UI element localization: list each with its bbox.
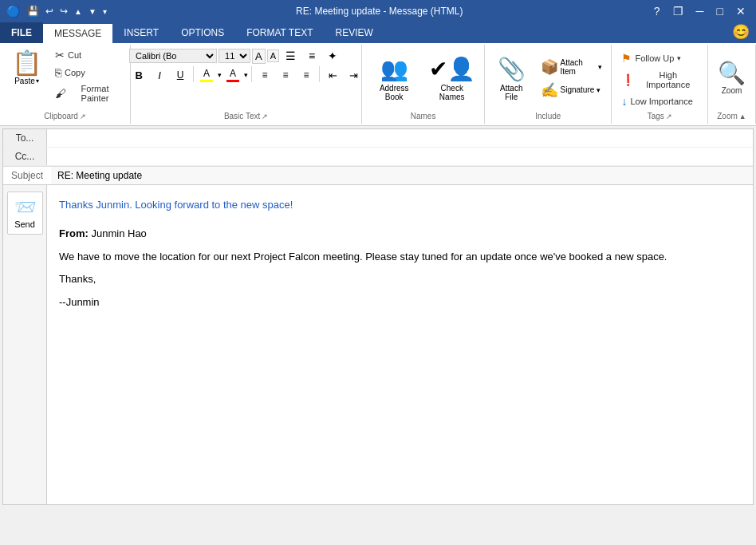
copy-icon: ⎘ [55, 66, 61, 79]
font-color-bar [226, 80, 239, 82]
low-importance-icon: ↓ [621, 95, 627, 108]
clear-format-button[interactable]: ✦ [323, 48, 342, 64]
ribbon-group-names: 👥 Address Book ✔👤 Check Names Names [362, 45, 485, 124]
paste-icon: 📋 [12, 49, 41, 77]
zoom-icon: 🔍 [718, 62, 746, 85]
undo-button[interactable]: ↩ [43, 4, 56, 18]
zoom-group-label: Zoom ▲ [717, 110, 746, 122]
paste-button[interactable]: 📋 Paste ▾ [5, 46, 49, 88]
font-color-button[interactable]: A [223, 66, 242, 84]
compose-content: Thanks Junmin. Looking forward to the ne… [47, 185, 753, 504]
font-shrink-button[interactable]: A [267, 49, 279, 62]
cc-row: Cc... [3, 148, 753, 166]
cc-button[interactable]: Cc... [3, 148, 47, 165]
increase-indent-button[interactable]: ⇥ [344, 68, 363, 83]
send-panel: 📨 Send [3, 185, 47, 504]
font-family-select[interactable]: Calibri (Bo [129, 49, 217, 63]
tab-options[interactable]: OPTIONS [170, 22, 235, 43]
font-grow-button[interactable]: A [252, 49, 266, 64]
signature-text: --Junmin [59, 294, 741, 311]
address-book-button[interactable]: 👥 Address Book [367, 53, 421, 104]
save-button[interactable]: 💾 [25, 4, 41, 18]
clipboard-group-label: Clipboard ↗ [44, 110, 86, 122]
names-group-label: Names [411, 110, 436, 122]
arrow-down-button[interactable]: ▼ [86, 6, 99, 18]
clipboard-expand-button[interactable]: ↗ [80, 113, 86, 120]
bold-button[interactable]: B [129, 68, 148, 83]
send-button[interactable]: 📨 Send [7, 192, 43, 235]
help-button[interactable]: ? [650, 4, 664, 18]
align-left-button[interactable]: ≡ [255, 68, 274, 82]
attach-item-button[interactable]: 📦 Attach Item ▾ [537, 56, 607, 78]
tab-file[interactable]: FILE [0, 22, 43, 43]
font-selector-row: Calibri (Bo 11 A A ☰ ≡ ✦ [129, 48, 363, 64]
to-input[interactable] [47, 129, 753, 147]
recipients-area: To... Cc... [3, 129, 753, 167]
tab-format-text[interactable]: FORMAT TEXT [235, 22, 324, 43]
thanks-text: Thanks, [59, 271, 741, 288]
high-importance-button[interactable]: ❗ High Importance [616, 68, 703, 92]
email-compose-area: To... Cc... Subject 📨 Send [2, 128, 754, 505]
tags-expand-button[interactable]: ↗ [666, 113, 672, 120]
bullets-button[interactable]: ☰ [281, 48, 301, 64]
smiley-icon: 😊 [726, 21, 756, 43]
zoom-button[interactable]: 🔍 Zoom [712, 60, 751, 97]
include-group-label: Include [535, 110, 561, 122]
font-format-row: B I U A ▾ A ▾ ≡ ≡ ≡ [129, 66, 363, 84]
attach-file-button[interactable]: 📎 Attach File [490, 53, 533, 104]
follow-up-button[interactable]: ⚑ Follow Up ▾ [616, 49, 703, 67]
message-body[interactable]: Thanks Junmin. Looking forward to the ne… [47, 185, 753, 504]
to-button[interactable]: To... [3, 129, 47, 147]
subject-input[interactable] [51, 167, 753, 184]
format-painter-button[interactable]: 🖌 Format Painter [50, 81, 125, 105]
italic-button[interactable]: I [150, 68, 169, 83]
reply-greeting: Thanks Junmin. Looking forward to the ne… [59, 197, 741, 214]
more-qa-button[interactable]: ▾ [100, 6, 109, 18]
font-size-select[interactable]: 11 [219, 49, 250, 63]
tags-group-label: Tags ↗ [648, 110, 672, 122]
copy-button[interactable]: ⎘ Copy [50, 64, 125, 81]
close-button[interactable]: ✕ [732, 4, 750, 18]
highlight-dropdown[interactable]: ▾ [218, 71, 222, 79]
tab-message[interactable]: MESSAGE [43, 22, 112, 43]
redo-button[interactable]: ↪ [57, 4, 70, 18]
signature-icon: ✍ [541, 81, 558, 99]
tab-insert[interactable]: INSERT [112, 22, 170, 43]
highlight-color-button[interactable]: A [197, 66, 216, 84]
ribbon: 📋 Paste ▾ ✂ Cut ⎘ Copy [0, 43, 756, 126]
check-names-button[interactable]: ✔👤 Check Names [424, 53, 479, 104]
arrow-up-button[interactable]: ▲ [72, 6, 85, 18]
divider2 [251, 66, 252, 82]
cc-input[interactable] [47, 148, 753, 165]
underline-button[interactable]: U [171, 68, 190, 82]
quick-access-toolbar: 🔵 💾 ↩ ↪ ▲ ▼ ▾ [6, 4, 109, 18]
numbering-button[interactable]: ≡ [302, 48, 321, 64]
window-title: RE: Meeting update - Message (HTML) [109, 6, 650, 17]
follow-up-dropdown[interactable]: ▾ [677, 54, 681, 62]
tab-review[interactable]: REVIEW [325, 22, 384, 43]
font-color-dropdown[interactable]: ▾ [244, 71, 248, 79]
zoom-collapse-button[interactable]: ▲ [739, 113, 746, 120]
signature-button[interactable]: ✍ Signature ▾ [537, 79, 607, 101]
ribbon-group-clipboard: 📋 Paste ▾ ✂ Cut ⎘ Copy [0, 45, 131, 124]
office-icon: 🔵 [6, 5, 20, 18]
align-center-button[interactable]: ≡ [276, 68, 295, 82]
restore-button[interactable]: ❐ [669, 4, 687, 18]
decrease-indent-button[interactable]: ⇤ [323, 68, 342, 83]
cut-button[interactable]: ✂ Cut [50, 46, 125, 64]
cut-icon: ✂ [55, 49, 65, 61]
signature-dropdown[interactable]: ▾ [597, 86, 600, 94]
high-importance-icon: ❗ [621, 73, 635, 86]
maximize-button[interactable]: □ [713, 4, 727, 18]
ribbon-group-basic-text: Calibri (Bo 11 A A ☰ ≡ ✦ B I U A [131, 45, 362, 124]
basic-text-group-label: Basic Text ↗ [224, 110, 268, 122]
format-painter-icon: 🖌 [55, 87, 66, 100]
ribbon-group-zoom: 🔍 Zoom Zoom ▲ [708, 45, 756, 124]
ribbon-group-tags: ⚑ Follow Up ▾ ❗ High Importance ↓ Low Im… [612, 45, 708, 124]
minimize-button[interactable]: ─ [692, 4, 708, 18]
attach-item-dropdown[interactable]: ▾ [598, 63, 602, 71]
basic-text-expand-button[interactable]: ↗ [262, 113, 268, 120]
low-importance-button[interactable]: ↓ Low Importance [616, 93, 703, 110]
align-right-button[interactable]: ≡ [297, 68, 316, 82]
message-text: We have to move the location for our nex… [59, 249, 741, 266]
